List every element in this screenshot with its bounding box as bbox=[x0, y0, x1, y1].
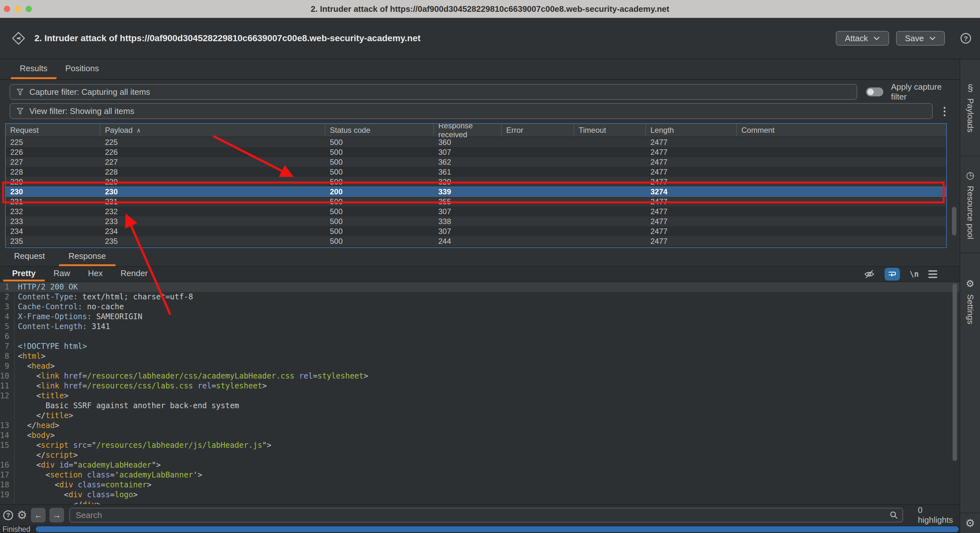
table-row[interactable]: 2322325003072477 bbox=[6, 206, 946, 216]
code-text: Content-Type: text/html; charset=utf-8 bbox=[11, 292, 193, 302]
table-cell: 500 bbox=[325, 177, 434, 187]
sidebar-item-label: Payloads bbox=[965, 98, 975, 132]
gear-icon: ⚙ bbox=[965, 517, 975, 530]
table-row[interactable]: 2282285003612477 bbox=[6, 167, 946, 177]
code-text: <link href=/resources/labheader/css/acad… bbox=[11, 371, 368, 381]
table-row-selected[interactable]: 2302302003393274 bbox=[6, 187, 946, 196]
table-row[interactable]: 2352355002442477 bbox=[6, 236, 946, 246]
code-text: <div class=logo> bbox=[11, 490, 138, 500]
view-filter-bar[interactable]: View filter: Showing all items bbox=[10, 103, 933, 119]
response-editor[interactable]: 1HTTP/2 200 OK2Content-Type: text/html; … bbox=[0, 282, 959, 504]
search-icon bbox=[889, 510, 899, 520]
column-header-comment[interactable]: Comment bbox=[737, 124, 946, 137]
view-filter-menu-icon[interactable]: ⋮ bbox=[939, 105, 950, 116]
previous-match-button[interactable]: ← bbox=[31, 508, 46, 522]
editor-tabs-row: Pretty Raw Hex Render bbox=[0, 267, 959, 282]
help-icon[interactable]: ? bbox=[961, 33, 971, 44]
code-line: 17 <section class='academyLabBanner'> bbox=[0, 470, 959, 480]
highlights-count: 0 highlights bbox=[918, 505, 959, 525]
save-button[interactable]: Save bbox=[896, 31, 945, 46]
column-header-status-code[interactable]: Status code bbox=[325, 124, 434, 137]
code-line: 6 bbox=[0, 332, 959, 342]
code-line: 4X-Frame-Options: SAMEORIGIN bbox=[0, 312, 959, 322]
table-row[interactable]: 2342345003072477 bbox=[6, 226, 946, 236]
column-header-error[interactable]: Error bbox=[502, 124, 574, 137]
tab-render[interactable]: Render bbox=[111, 267, 157, 281]
tab-request[interactable]: Request bbox=[5, 248, 54, 266]
table-cell: 500 bbox=[325, 148, 434, 157]
editor-menu-icon[interactable] bbox=[928, 270, 937, 278]
code-line: 5Content-Length: 3141 bbox=[0, 322, 959, 332]
hide-eye-slash-icon[interactable] bbox=[864, 269, 875, 279]
maximize-window-icon[interactable] bbox=[25, 6, 32, 12]
table-row[interactable]: 2252255003602477 bbox=[6, 137, 946, 147]
table-row[interactable]: 2312315003552477 bbox=[6, 196, 946, 206]
word-wrap-icon bbox=[888, 270, 897, 278]
line-number: 19 bbox=[0, 490, 11, 500]
code-text: <head> bbox=[11, 361, 55, 371]
tab-results[interactable]: Results bbox=[11, 59, 56, 79]
table-cell: 228 bbox=[6, 168, 100, 177]
status-text: Finished bbox=[3, 525, 30, 533]
line-number: 1 bbox=[0, 282, 11, 292]
code-text: Content-Length: 3141 bbox=[11, 322, 110, 332]
table-cell: 232 bbox=[100, 207, 325, 216]
sidebar-bottom-settings[interactable]: ⚙ bbox=[960, 512, 980, 533]
sidebar-item-resource-pool[interactable]: ◷ Resource pool bbox=[960, 156, 980, 253]
results-table-header: RequestPayload∧Status codeResponse recei… bbox=[6, 124, 946, 137]
apply-capture-filter-toggle[interactable] bbox=[866, 88, 883, 96]
table-cell: 229 bbox=[100, 177, 325, 187]
table-cell: 500 bbox=[325, 168, 434, 177]
column-header-response-received[interactable]: Response received bbox=[434, 124, 502, 137]
payloads-icon: § bbox=[965, 83, 975, 93]
tab-positions[interactable]: Positions bbox=[56, 59, 108, 79]
search-box bbox=[69, 508, 903, 522]
tab-raw[interactable]: Raw bbox=[45, 267, 79, 281]
table-row[interactable]: 2292295003292477 bbox=[6, 177, 946, 187]
back-icon[interactable] bbox=[11, 31, 25, 45]
tab-hex[interactable]: Hex bbox=[79, 267, 111, 281]
window-title: 2. Intruder attack of https://0af900d304… bbox=[0, 4, 980, 14]
table-cell: 2477 bbox=[646, 138, 737, 147]
search-input[interactable] bbox=[69, 508, 903, 522]
column-header-length[interactable]: Length bbox=[646, 124, 737, 137]
sidebar-item-payloads[interactable]: § Payloads bbox=[960, 59, 980, 156]
search-settings-gear-icon[interactable]: ⚙ bbox=[17, 509, 27, 521]
table-cell: 233 bbox=[100, 217, 325, 226]
column-header-timeout[interactable]: Timeout bbox=[574, 124, 646, 137]
capture-filter-bar[interactable]: Capture filter: Capturing all items bbox=[10, 84, 857, 100]
sidebar-item-settings[interactable]: ⚙ Settings bbox=[960, 253, 980, 349]
column-header-label: Status code bbox=[330, 126, 371, 135]
column-header-payload[interactable]: Payload∧ bbox=[100, 124, 325, 137]
table-cell: 232 bbox=[6, 207, 100, 216]
table-cell: 362 bbox=[434, 158, 502, 167]
word-wrap-toggle-button[interactable] bbox=[885, 268, 900, 281]
column-header-request[interactable]: Request bbox=[6, 124, 100, 137]
line-number: 7 bbox=[0, 342, 11, 351]
close-window-icon[interactable] bbox=[4, 6, 10, 12]
status-bar: Finished bbox=[0, 525, 959, 533]
tab-pretty[interactable]: Pretty bbox=[3, 267, 45, 281]
show-newlines-toggle[interactable]: \n bbox=[910, 270, 919, 279]
results-table-body: 2252255003602477226226500307247722722750… bbox=[6, 137, 946, 246]
column-header-label: Response received bbox=[438, 123, 501, 139]
table-cell: 329 bbox=[434, 177, 502, 187]
sidebar-item-label: Settings bbox=[965, 294, 975, 324]
attack-button[interactable]: Attack bbox=[836, 31, 889, 46]
editor-scrollbar[interactable] bbox=[953, 283, 957, 461]
code-line: 12 <title> bbox=[0, 391, 959, 401]
table-row[interactable]: 2332335003382477 bbox=[6, 216, 946, 226]
table-cell: 500 bbox=[325, 227, 434, 236]
chevron-down-icon bbox=[929, 36, 936, 40]
table-row[interactable]: 2262265003072477 bbox=[6, 147, 946, 157]
table-cell: 307 bbox=[434, 227, 502, 236]
table-row[interactable]: 2272275003622477 bbox=[6, 157, 946, 167]
tab-response[interactable]: Response bbox=[59, 248, 116, 266]
table-cell: 3274 bbox=[646, 187, 737, 196]
code-text: Cache-Control: no-cache bbox=[11, 302, 124, 312]
next-match-button[interactable]: → bbox=[49, 508, 64, 522]
minimize-window-icon[interactable] bbox=[15, 6, 21, 12]
search-help-icon[interactable]: ? bbox=[3, 510, 13, 520]
table-cell: 2477 bbox=[646, 158, 737, 167]
table-scrollbar[interactable] bbox=[952, 207, 956, 236]
